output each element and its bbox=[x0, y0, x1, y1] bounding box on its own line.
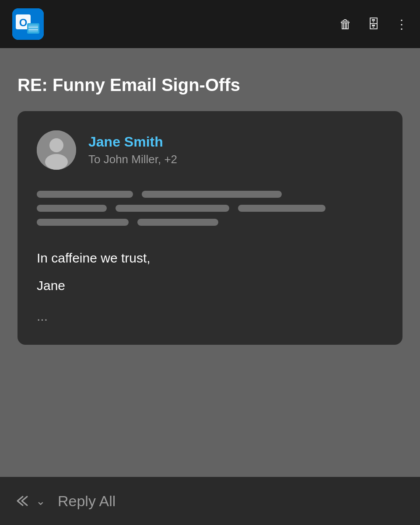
skeleton-row-3 bbox=[37, 219, 383, 226]
skeleton-line bbox=[37, 205, 107, 212]
skeleton-line bbox=[37, 219, 129, 226]
email-body-skeleton bbox=[37, 191, 383, 226]
bottom-action-bar: ⌄ Reply All bbox=[0, 477, 420, 525]
avatar-icon bbox=[37, 130, 76, 170]
svg-point-9 bbox=[45, 154, 68, 170]
svg-point-8 bbox=[49, 138, 63, 152]
main-content-area: RE: Funny Email Sign-Offs Jane Smith To … bbox=[0, 48, 420, 345]
reply-all-chevron-icon[interactable]: ⌄ bbox=[36, 494, 46, 508]
skeleton-line bbox=[238, 205, 326, 212]
delete-icon[interactable]: 🗑 bbox=[340, 17, 352, 32]
skeleton-line bbox=[137, 219, 218, 226]
skeleton-row-2 bbox=[37, 205, 383, 212]
skeleton-line bbox=[37, 191, 133, 198]
svg-rect-4 bbox=[28, 24, 38, 32]
reply-all-button[interactable]: ⌄ bbox=[16, 494, 46, 508]
outlook-logo: O bbox=[12, 8, 44, 40]
svg-text:O: O bbox=[19, 17, 28, 28]
skeleton-row-1 bbox=[37, 191, 383, 198]
email-ellipsis[interactable]: ... bbox=[37, 309, 383, 324]
sender-row: Jane Smith To John Miller, +2 bbox=[37, 130, 383, 170]
more-options-icon[interactable]: ⋮ bbox=[396, 17, 408, 32]
reply-all-label[interactable]: Reply All bbox=[58, 493, 116, 510]
email-body-line1: In caffeine we trust, bbox=[37, 247, 383, 269]
archive-icon[interactable]: 🗄 bbox=[368, 17, 380, 32]
reply-all-icon-svg bbox=[16, 495, 32, 507]
top-navigation-bar: O 🗑 🗄 ⋮ bbox=[0, 0, 420, 48]
sender-info: Jane Smith To John Miller, +2 bbox=[88, 134, 177, 166]
avatar bbox=[37, 130, 76, 170]
skeleton-line bbox=[116, 205, 229, 212]
sender-to: To John Miller, +2 bbox=[88, 153, 177, 166]
skeleton-line bbox=[142, 191, 282, 198]
outlook-logo-svg: O bbox=[12, 8, 44, 40]
email-body-line2: Jane bbox=[37, 274, 383, 297]
email-subject: RE: Funny Email Sign-Offs bbox=[18, 74, 402, 95]
sender-name[interactable]: Jane Smith bbox=[88, 134, 177, 150]
email-card: Jane Smith To John Miller, +2 In caffein… bbox=[18, 111, 402, 345]
header-action-icons: 🗑 🗄 ⋮ bbox=[340, 17, 408, 32]
